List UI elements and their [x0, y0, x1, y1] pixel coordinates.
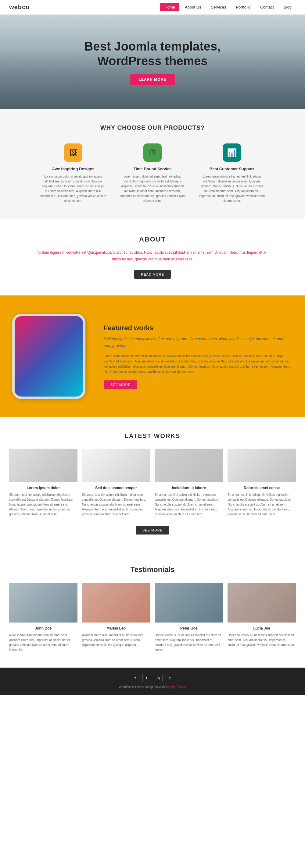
hero-content: Best Joomla templates, WordPress themes … — [84, 39, 221, 85]
testimonial-text-1: Nunc iaculis suscipit dui.Nam sit amet s… — [9, 633, 78, 652]
footer-brand: TemplatToaster — [166, 685, 186, 689]
latest-heading: LATEST WORKS — [9, 432, 296, 439]
why-item-1: 🖼 Awe Inspiring Designs Lorem ipsum dolo… — [40, 144, 107, 204]
testimonial-text-2: Aliquam libero nisi, Imperdiet at, tinci… — [82, 633, 150, 648]
work-title-1: Lorem ipsum dolor — [9, 486, 78, 490]
testimonial-photo-1 — [9, 583, 78, 622]
featured-see-more-button[interactable]: SEE MORE — [104, 380, 137, 389]
testimonial-photo-2 — [82, 583, 150, 622]
testimonials-heading: Testimonials — [9, 565, 296, 574]
works-grid: Lorem ipsum dolor Sit amet, test link ad… — [9, 448, 296, 517]
testimonial-name-4: Lucia Joe — [227, 626, 296, 630]
about-section: ABOUT Nullam dignissim convallis est.Qui… — [0, 219, 305, 296]
social-icons: f t in t — [6, 674, 299, 682]
testimonial-text-4: Donec faucibus. Nunc iaculis suscipit du… — [227, 633, 296, 648]
featured-phone — [12, 314, 91, 399]
social-linkedin[interactable]: in — [154, 674, 163, 682]
testimonial-name-2: Marisa Leo — [82, 626, 150, 630]
nav-blog[interactable]: Blog — [279, 3, 296, 11]
work-thumb-4 — [227, 448, 296, 482]
featured-subtitle: Nullam dignissim convallis est.Quisque a… — [104, 336, 293, 349]
work-thumb-1 — [9, 448, 78, 482]
work-item-4: Dolor sit amet conse Sit amet, test link… — [227, 448, 296, 517]
why-text-2: Lorem ipsum dolor sit amet, test link ad… — [119, 174, 186, 204]
why-title-2: Time Bound Service — [119, 166, 186, 171]
work-title-3: Incididunt ut labore — [155, 486, 223, 490]
testimonial-text-3: Donec faucibus. Nunc iaculis suscipit du… — [155, 633, 223, 652]
why-icon-2: ⏱ — [143, 144, 162, 162]
about-read-more-button[interactable]: READ MORE — [134, 270, 171, 279]
testimonial-photo-4 — [227, 583, 296, 622]
nav-contact[interactable]: Contact — [256, 3, 278, 11]
latest-section: LATEST WORKS Lorem ipsum dolor Sit amet,… — [0, 417, 305, 550]
nav-about[interactable]: About Us — [181, 3, 205, 11]
testimonial-photo-3 — [155, 583, 223, 622]
why-heading: WHY CHOOSE OUR PRODUCTS? — [18, 124, 287, 131]
hero-cta-button[interactable]: LEARN MORE — [130, 74, 175, 85]
nav-portfolio[interactable]: Portfolio — [231, 3, 255, 11]
testimonial-name-3: Peter Goe — [155, 626, 223, 630]
latest-see-more-button[interactable]: SEE MORE — [136, 526, 169, 534]
why-icon-3: 📊 — [223, 144, 241, 162]
social-tumblr[interactable]: t — [166, 674, 174, 682]
testimonials-section: Testimonials John Doe Nunc iaculis susci… — [0, 550, 305, 668]
why-title-3: Best Customer Support — [198, 166, 265, 171]
phone-screen — [15, 316, 83, 397]
work-text-4: Sit amet, test link adipig elit.Nullam d… — [227, 493, 296, 517]
why-text-1: Lorem ipsum dolor sit amet, test link ad… — [40, 174, 107, 204]
nav-services[interactable]: Services — [207, 3, 230, 11]
testimonial-name-1: John Doe — [9, 626, 78, 630]
why-text-3: Lorem ipsum dolor sit amet, test link ad… — [198, 174, 265, 204]
work-item-3: Incididunt ut labore Sit amet, test link… — [155, 448, 223, 517]
featured-text: Lorem ipsum dolor sit amet, test link ad… — [104, 353, 293, 374]
social-twitter[interactable]: t — [142, 674, 151, 682]
why-section: WHY CHOOSE OUR PRODUCTS? 🖼 Awe Inspiring… — [0, 109, 305, 219]
why-item-2: ⏱ Time Bound Service Lorem ipsum dolor s… — [119, 144, 186, 204]
work-text-1: Sit amet, test link adipig elit.Nullam d… — [9, 493, 78, 517]
why-icon-1: 🖼 — [64, 144, 82, 162]
about-heading: ABOUT — [36, 236, 269, 243]
why-grid: 🖼 Awe Inspiring Designs Lorem ipsum dolo… — [18, 144, 287, 204]
work-text-3: Sit amet, test link adipig elit.Nullam d… — [155, 493, 223, 517]
social-facebook[interactable]: f — [131, 674, 139, 682]
featured-section: Featured works Nullam dignissim convalli… — [0, 296, 305, 417]
work-text-2: Sit amet, test link adipig elit.Nullam d… — [82, 493, 150, 517]
testimonial-item-3: Peter Goe Donec faucibus. Nunc iaculis s… — [155, 583, 223, 652]
nav-links: Home About Us Services Portfolio Contact… — [160, 3, 296, 11]
navigation: webco Home About Us Services Portfolio C… — [0, 0, 305, 14]
phone-image — [12, 314, 85, 399]
testimonial-item-2: Marisa Leo Aliquam libero nisi, Imperdie… — [82, 583, 150, 652]
work-title-4: Dolor sit amet conse — [227, 486, 296, 490]
featured-heading: Featured works — [104, 324, 293, 332]
footer: f t in t WordPress Theme Designed With T… — [0, 668, 305, 695]
why-item-3: 📊 Best Customer Support Lorem ipsum dolo… — [198, 144, 265, 204]
work-item-1: Lorem ipsum dolor Sit amet, test link ad… — [9, 448, 78, 517]
footer-text: WordPress Theme Designed With TemplatToa… — [6, 685, 299, 689]
about-text: Nullam dignissim convallis est.Quisque a… — [36, 249, 269, 262]
work-title-2: Sed do eiusmod tempor — [82, 486, 150, 490]
testimonial-item-1: John Doe Nunc iaculis suscipit dui.Nam s… — [9, 583, 78, 652]
testimonial-item-4: Lucia Joe Donec faucibus. Nunc iaculis s… — [227, 583, 296, 652]
why-title-1: Awe Inspiring Designs — [40, 166, 107, 171]
logo: webco — [9, 4, 30, 11]
testimonials-grid: John Doe Nunc iaculis suscipit dui.Nam s… — [9, 583, 296, 652]
work-thumb-3 — [155, 448, 223, 482]
hero-headline: Best Joomla templates, WordPress themes — [84, 39, 221, 68]
work-thumb-2 — [82, 448, 150, 482]
hero-section: Best Joomla templates, WordPress themes … — [0, 14, 305, 109]
featured-content: Featured works Nullam dignissim convalli… — [104, 324, 293, 389]
nav-home[interactable]: Home — [160, 3, 179, 11]
work-item-2: Sed do eiusmod tempor Sit amet, test lin… — [82, 448, 150, 517]
